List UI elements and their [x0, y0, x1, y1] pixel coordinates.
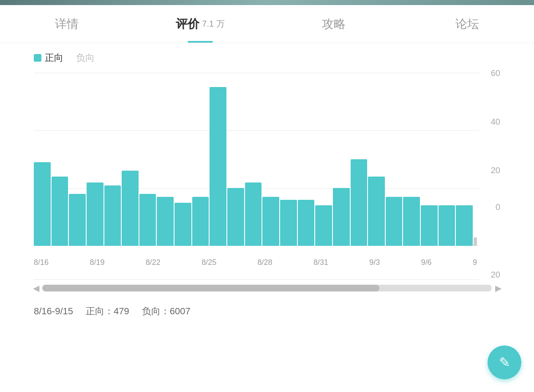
scroll-right-button[interactable]: ▶ [492, 282, 504, 294]
fab-icon: ✎ [499, 354, 510, 370]
tab-navigation: 详情 评价 7.1 万 攻略 论坛 [0, 5, 534, 43]
y-label-neg20: 20 [491, 270, 500, 280]
chart-wrapper: 60 40 20 0 20 8/16 8/19 8/22 8/25 8/28 8… [0, 73, 534, 280]
scrollbar-thumb[interactable] [42, 285, 379, 291]
bar-item [122, 171, 139, 246]
x-label-5: 8/31 [313, 258, 328, 267]
x-label-8: 9 [473, 258, 477, 267]
bar-item [174, 203, 191, 246]
y-label-40: 40 [491, 117, 500, 127]
stats-negative: 负向：6007 [142, 305, 191, 318]
bar-item [298, 200, 315, 246]
tab-reviews-count: 7.1 万 [202, 18, 224, 30]
bar-item [351, 159, 368, 246]
x-label-7: 9/6 [421, 258, 432, 267]
bar-item [421, 205, 438, 246]
bar-item [157, 197, 174, 246]
bar-item [245, 182, 262, 246]
bar-item [262, 197, 279, 246]
bar-item [439, 205, 455, 246]
bar-item [87, 182, 104, 246]
legend-negative[interactable]: 负向 [76, 52, 95, 64]
bar-item [52, 177, 68, 246]
tab-reviews[interactable]: 评价 7.1 万 [134, 5, 267, 43]
stats-positive-label: 正向： [86, 306, 114, 316]
bars-container [34, 73, 477, 246]
bar-item [227, 188, 244, 246]
y-axis: 60 40 20 0 [477, 73, 500, 246]
bar-item [192, 197, 209, 246]
legend-positive-dot [34, 54, 41, 62]
grid-line-bottom [34, 279, 479, 280]
tab-forum[interactable]: 论坛 [400, 5, 534, 43]
tab-details-label: 详情 [55, 16, 79, 32]
tab-guide[interactable]: 攻略 [267, 5, 400, 43]
bar-item [333, 188, 350, 246]
chart-legend: 正向 负向 [0, 43, 534, 73]
scroll-left-icon: ◀ [33, 283, 39, 293]
y-label-20: 20 [491, 166, 500, 175]
bar-item [456, 205, 473, 246]
x-label-2: 8/22 [146, 258, 161, 267]
stats-negative-label: 负向： [142, 306, 170, 316]
top-banner [0, 0, 534, 5]
bar-item [403, 197, 420, 246]
x-label-6: 9/3 [369, 258, 380, 267]
bar-chart: 60 40 20 0 20 8/16 8/19 8/22 8/25 8/28 8… [34, 73, 500, 280]
bar-item [34, 162, 51, 246]
x-label-1: 8/19 [90, 258, 104, 267]
stats-positive-value: 479 [114, 306, 129, 316]
x-label-0: 8/16 [34, 258, 49, 267]
bar-item [368, 177, 385, 246]
bar-item [280, 200, 297, 246]
stats-date-range: 8/16-9/15 [34, 306, 73, 317]
scroll-left-button[interactable]: ◀ [30, 282, 42, 294]
stats-positive: 正向：479 [86, 305, 129, 318]
y-label-60: 60 [491, 68, 500, 78]
stats-negative-value: 6007 [170, 306, 191, 316]
bar-item [315, 205, 332, 246]
stats-row: 8/16-9/15 正向：479 负向：6007 [0, 297, 534, 326]
bar-item [104, 185, 121, 246]
legend-positive[interactable]: 正向 [34, 52, 63, 64]
tab-forum-label: 论坛 [455, 16, 479, 32]
x-label-4: 8/28 [258, 258, 272, 267]
bar-item [139, 194, 156, 246]
x-label-3: 8/25 [202, 258, 216, 267]
x-axis: 8/16 8/19 8/22 8/25 8/28 8/31 9/3 9/6 9 [34, 258, 477, 267]
scroll-right-icon: ▶ [495, 283, 501, 293]
scrollbar-row: ◀ ▶ [30, 280, 504, 297]
tab-details[interactable]: 详情 [0, 5, 134, 43]
tab-guide-label: 攻略 [322, 16, 346, 32]
tab-reviews-label: 评价 [176, 16, 199, 32]
legend-negative-label: 负向 [76, 52, 95, 64]
y-label-0: 0 [496, 202, 500, 212]
bar-item [69, 194, 86, 246]
fab-button[interactable]: ✎ [488, 346, 521, 379]
scrollbar-track[interactable] [42, 285, 492, 291]
bar-item [210, 87, 226, 246]
bar-item [386, 197, 403, 246]
bar-item [474, 237, 477, 246]
legend-positive-label: 正向 [45, 52, 63, 64]
